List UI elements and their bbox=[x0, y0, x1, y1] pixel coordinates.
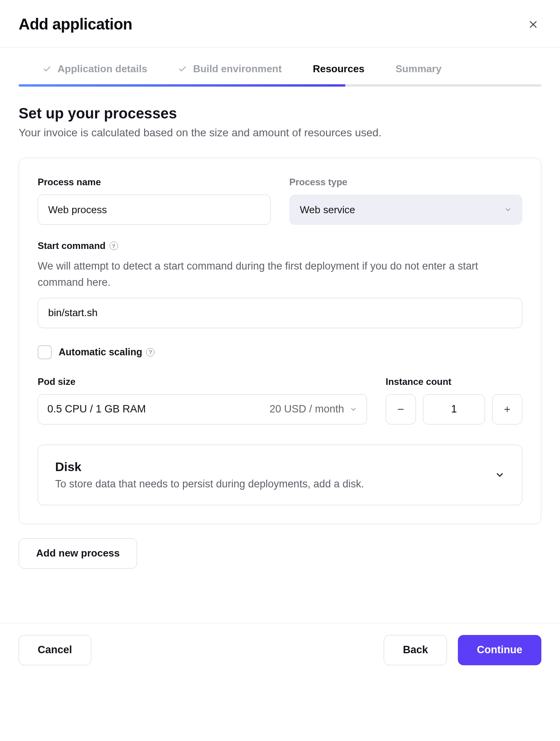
process-name-input[interactable] bbox=[38, 195, 271, 225]
modal-title: Add application bbox=[19, 16, 132, 33]
cancel-button[interactable]: Cancel bbox=[19, 635, 91, 665]
process-type-select[interactable]: Web service bbox=[289, 195, 522, 225]
step-summary[interactable]: Summary bbox=[395, 63, 442, 75]
instance-count-input[interactable] bbox=[423, 394, 485, 424]
start-command-input[interactable] bbox=[38, 298, 522, 328]
minus-icon bbox=[397, 405, 405, 414]
pod-size-price: 20 USD / month bbox=[270, 403, 344, 415]
chevron-down-icon bbox=[350, 405, 357, 413]
step-build-environment[interactable]: Build environment bbox=[178, 63, 282, 75]
increment-button[interactable] bbox=[492, 394, 522, 424]
auto-scaling-label: Automatic scaling ? bbox=[59, 346, 155, 358]
chevron-down-icon bbox=[495, 470, 505, 480]
step-label: Application details bbox=[57, 63, 147, 75]
start-command-label: Start command ? bbox=[38, 240, 118, 251]
process-type-label: Process type bbox=[289, 177, 522, 188]
help-icon[interactable]: ? bbox=[110, 242, 118, 250]
help-icon[interactable]: ? bbox=[146, 348, 155, 357]
add-process-button[interactable]: Add new process bbox=[19, 538, 137, 569]
process-type-value: Web service bbox=[300, 204, 355, 216]
pod-size-label: Pod size bbox=[38, 376, 75, 387]
disk-title: Disk bbox=[55, 460, 364, 474]
progress-fill bbox=[19, 84, 345, 87]
close-icon bbox=[528, 19, 538, 30]
process-card: Process name Process type Web service St… bbox=[19, 158, 541, 524]
auto-scaling-checkbox[interactable] bbox=[38, 345, 52, 359]
close-button[interactable] bbox=[525, 16, 541, 33]
check-icon bbox=[178, 65, 187, 73]
disk-description: To store data that needs to persist duri… bbox=[55, 478, 364, 490]
step-label: Resources bbox=[313, 63, 364, 75]
chevron-down-icon bbox=[504, 206, 512, 214]
start-command-help: We will attempt to detect a start comman… bbox=[38, 258, 522, 291]
pod-size-select[interactable]: 0.5 CPU / 1 GB RAM 20 USD / month bbox=[38, 394, 367, 424]
progress-bar bbox=[19, 84, 541, 87]
continue-button[interactable]: Continue bbox=[458, 635, 541, 665]
modal-footer: Cancel Back Continue bbox=[0, 623, 560, 685]
instance-count-label: Instance count bbox=[386, 376, 522, 387]
check-icon bbox=[43, 65, 51, 73]
disk-expand[interactable]: Disk To store data that needs to persist… bbox=[38, 445, 522, 505]
wizard-stepper: Application details Build environment Re… bbox=[0, 47, 560, 75]
add-application-modal: Add application Application details Buil… bbox=[0, 0, 560, 685]
step-resources[interactable]: Resources bbox=[313, 63, 364, 75]
instance-stepper bbox=[386, 394, 522, 424]
back-button[interactable]: Back bbox=[384, 635, 447, 665]
section-description: Your invoice is calculated based on the … bbox=[19, 127, 541, 139]
process-name-label: Process name bbox=[38, 177, 271, 188]
decrement-button[interactable] bbox=[386, 394, 416, 424]
step-label: Summary bbox=[395, 63, 442, 75]
section-title: Set up your processes bbox=[19, 105, 541, 122]
step-application-details[interactable]: Application details bbox=[43, 63, 147, 75]
plus-icon bbox=[503, 405, 511, 414]
modal-header: Add application bbox=[0, 0, 560, 47]
pod-size-value: 0.5 CPU / 1 GB RAM bbox=[47, 403, 146, 415]
step-label: Build environment bbox=[193, 63, 282, 75]
